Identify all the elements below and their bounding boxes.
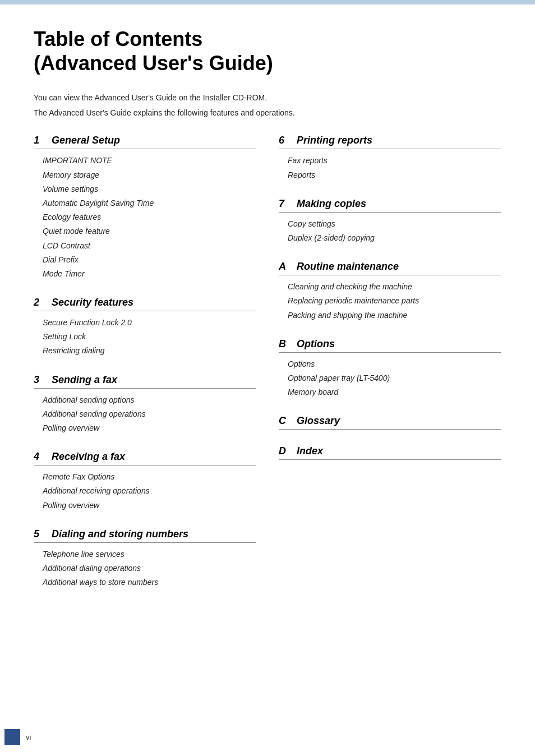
section-items-5: Telephone line services Additional diali… [34, 547, 256, 590]
list-item: Replacing periodic maintenance parts [288, 294, 501, 308]
list-item: Quiet mode feature [43, 224, 256, 238]
toc-section-A: A Routine maintenance Cleaning and check… [279, 261, 501, 322]
list-item: Reports [288, 168, 501, 182]
toc-grid: 1 General Setup IMPORTANT NOTE Memory st… [34, 135, 501, 605]
list-item: Additional sending operations [43, 407, 256, 421]
toc-section-2: 2 Security features Secure Function Lock… [34, 297, 256, 358]
toc-right-column: 6 Printing reports Fax reports Reports 7… [279, 135, 501, 605]
list-item: Packing and shipping the machine [288, 308, 501, 322]
section-title-D: Index [297, 445, 323, 457]
section-title-5: Dialing and storing numbers [52, 528, 188, 540]
toc-section-C: C Glossary [279, 415, 501, 430]
section-title-C: Glossary [297, 415, 340, 427]
toc-section-1: 1 General Setup IMPORTANT NOTE Memory st… [34, 135, 256, 281]
page-content: Table of Contents (Advanced User's Guide… [0, 4, 535, 639]
list-item: Automatic Daylight Saving Time [43, 196, 256, 210]
section-number-2: 2 [34, 297, 46, 308]
toc-section-D: D Index [279, 445, 501, 460]
section-number-B: B [279, 338, 291, 350]
section-header-B: B Options [279, 338, 501, 353]
section-number-3: 3 [34, 374, 46, 386]
list-item: Optional paper tray (LT-5400) [288, 371, 501, 385]
page-footer: vi [0, 729, 535, 745]
toc-section-7: 7 Making copies Copy settings Duplex (2-… [279, 198, 501, 245]
section-header-D: D Index [279, 445, 501, 460]
section-header-5: 5 Dialing and storing numbers [34, 528, 256, 543]
intro-line1: You can view the Advanced User's Guide o… [34, 92, 501, 104]
list-item: Fax reports [288, 154, 501, 168]
section-number-6: 6 [279, 135, 291, 146]
list-item: Additional ways to store numbers [43, 575, 256, 589]
page-title: Table of Contents (Advanced User's Guide… [34, 27, 501, 75]
section-title-2: Security features [52, 297, 133, 308]
section-number-C: C [279, 415, 291, 427]
toc-left-column: 1 General Setup IMPORTANT NOTE Memory st… [34, 135, 256, 605]
section-items-6: Fax reports Reports [279, 154, 501, 182]
section-header-1: 1 General Setup [34, 135, 256, 149]
section-title-4: Receiving a fax [52, 451, 125, 463]
list-item: Additional sending options [43, 393, 256, 407]
list-item: Restricting dialing [43, 344, 256, 358]
section-items-4: Remote Fax Options Additional receiving … [34, 470, 256, 513]
toc-section-5: 5 Dialing and storing numbers Telephone … [34, 528, 256, 590]
section-title-B: Options [297, 338, 335, 350]
toc-section-3: 3 Sending a fax Additional sending optio… [34, 374, 256, 436]
list-item: Additional receiving operations [43, 484, 256, 498]
top-bar [0, 0, 535, 4]
toc-section-4: 4 Receiving a fax Remote Fax Options Add… [34, 451, 256, 513]
section-items-B: Options Optional paper tray (LT-5400) Me… [279, 357, 501, 400]
section-title-A: Routine maintenance [297, 261, 399, 273]
list-item: Polling overview [43, 421, 256, 435]
section-items-2: Secure Function Lock 2.0 Setting Lock Re… [34, 316, 256, 358]
section-number-4: 4 [34, 451, 46, 463]
list-item: Memory storage [43, 168, 256, 182]
section-number-1: 1 [34, 135, 46, 146]
list-item: Polling overview [43, 499, 256, 513]
list-item: Additional dialing operations [43, 561, 256, 575]
list-item: Memory board [288, 385, 501, 399]
list-item: LCD Contrast [43, 239, 256, 253]
toc-section-6: 6 Printing reports Fax reports Reports [279, 135, 501, 182]
list-item: Ecology features [43, 210, 256, 224]
list-item: Cleaning and checking the machine [288, 280, 501, 294]
footer-sidebar [4, 729, 20, 745]
section-title-7: Making copies [297, 198, 366, 210]
section-header-C: C Glossary [279, 415, 501, 430]
section-items-1: IMPORTANT NOTE Memory storage Volume set… [34, 154, 256, 281]
section-number-D: D [279, 445, 291, 457]
list-item: Duplex (2-sided) copying [288, 231, 501, 245]
intro-line2: The Advanced User's Guide explains the f… [34, 107, 501, 119]
section-number-7: 7 [279, 198, 291, 210]
list-item: Remote Fax Options [43, 470, 256, 484]
page-number: vi [26, 733, 31, 741]
section-items-7: Copy settings Duplex (2-sided) copying [279, 217, 501, 245]
section-number-A: A [279, 261, 291, 273]
list-item: Secure Function Lock 2.0 [43, 316, 256, 330]
section-number-5: 5 [34, 528, 46, 540]
section-items-A: Cleaning and checking the machine Replac… [279, 280, 501, 322]
list-item: Volume settings [43, 182, 256, 196]
section-header-7: 7 Making copies [279, 198, 501, 213]
section-header-2: 2 Security features [34, 297, 256, 311]
section-items-3: Additional sending options Additional se… [34, 393, 256, 436]
list-item: IMPORTANT NOTE [43, 154, 256, 168]
list-item: Dial Prefix [43, 253, 256, 267]
section-header-4: 4 Receiving a fax [34, 451, 256, 465]
section-header-A: A Routine maintenance [279, 261, 501, 275]
list-item: Setting Lock [43, 330, 256, 344]
list-item: Options [288, 357, 501, 371]
toc-section-B: B Options Options Optional paper tray (L… [279, 338, 501, 400]
section-title-3: Sending a fax [52, 374, 117, 386]
list-item: Mode Timer [43, 267, 256, 281]
section-header-6: 6 Printing reports [279, 135, 501, 149]
list-item: Telephone line services [43, 547, 256, 561]
section-title-1: General Setup [52, 135, 120, 146]
list-item: Copy settings [288, 217, 501, 231]
section-title-6: Printing reports [297, 135, 372, 146]
section-header-3: 3 Sending a fax [34, 374, 256, 389]
